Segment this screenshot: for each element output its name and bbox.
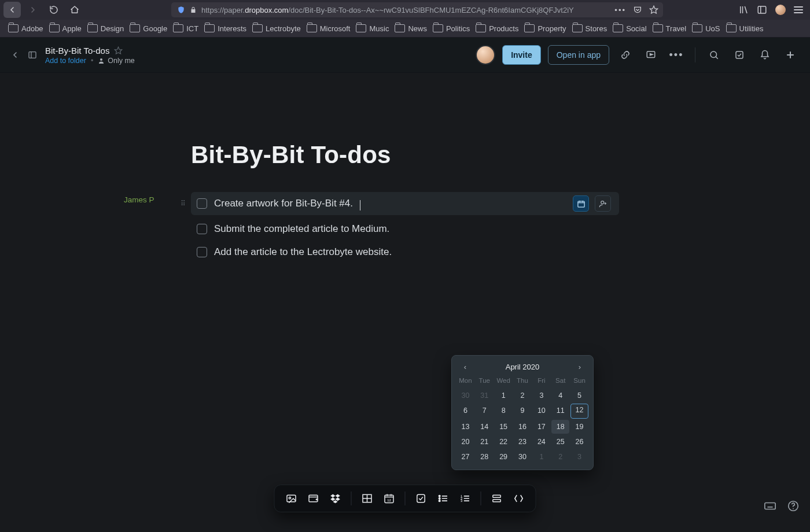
calendar-day[interactable]: 7 [476, 404, 494, 418]
calendar-day[interactable]: 2 [514, 389, 532, 402]
bookmark-folder[interactable]: Products [476, 24, 518, 33]
insert-dropbox-icon[interactable] [326, 489, 345, 508]
todo-item[interactable]: Add the article to the Lectrobyte websit… [191, 243, 619, 261]
nav-forward[interactable] [24, 2, 42, 18]
bookmark-folder[interactable]: Music [356, 24, 389, 33]
calendar-day[interactable]: 24 [532, 435, 550, 449]
open-in-app-button[interactable]: Open in app [548, 45, 609, 65]
bookmark-folder[interactable]: Utilities [726, 24, 764, 33]
calendar-day[interactable]: 30 [514, 450, 532, 464]
todo-checkbox[interactable] [197, 198, 207, 209]
nav-home[interactable] [66, 2, 83, 18]
calendar-day[interactable]: 28 [476, 450, 494, 464]
bookmark-folder[interactable]: Interests [204, 24, 246, 33]
calendar-day[interactable]: 1 [495, 389, 513, 402]
calendar-day[interactable]: 20 [456, 435, 474, 449]
present-icon[interactable] [642, 46, 660, 64]
calendar-day[interactable]: 8 [495, 404, 513, 418]
calendar-day[interactable]: 18 [551, 420, 569, 434]
panel-icon[interactable] [27, 50, 38, 60]
star-icon[interactable] [649, 5, 658, 14]
bookmark-folder[interactable]: Travel [653, 24, 687, 33]
bookmark-folder[interactable]: Lectrobyte [252, 24, 301, 33]
pocket-icon[interactable] [633, 5, 642, 14]
calendar-day[interactable]: 9 [514, 404, 532, 418]
bookmark-folder[interactable]: Microsoft [307, 24, 351, 33]
insert-bullets-icon[interactable] [433, 489, 453, 508]
bookmark-folder[interactable]: Social [613, 24, 646, 33]
profile-avatar-icon[interactable] [775, 5, 786, 15]
todo-text[interactable]: Add the article to the Lectrobyte websit… [214, 246, 392, 258]
more-menu-icon[interactable]: ••• [667, 46, 686, 64]
calendar-day[interactable]: 26 [570, 435, 588, 449]
insert-code-icon[interactable] [509, 489, 529, 508]
calendar-day[interactable]: 3 [532, 389, 550, 402]
calendar-day[interactable]: 14 [476, 420, 494, 434]
nav-reload[interactable] [45, 2, 62, 18]
calendar-day[interactable]: 23 [514, 435, 532, 449]
calendar-day[interactable]: 16 [514, 420, 532, 434]
month-next[interactable]: › [575, 363, 585, 371]
calendar-day[interactable]: 27 [456, 450, 474, 464]
calendar-day[interactable]: 13 [456, 420, 474, 434]
calendar-day[interactable]: 25 [551, 435, 569, 449]
nav-back[interactable] [3, 2, 21, 18]
todo-text[interactable]: Submit the completed article to Medium. [214, 223, 389, 235]
add-to-folder-link[interactable]: Add to folder [45, 57, 86, 65]
meatballs-icon[interactable]: ••• [614, 6, 626, 14]
month-prev[interactable]: ‹ [460, 363, 470, 371]
user-avatar[interactable] [476, 45, 495, 65]
calendar-day[interactable]: 12 [570, 404, 588, 419]
notifications-icon[interactable] [756, 46, 774, 64]
create-new-icon[interactable] [781, 46, 800, 64]
help-icon[interactable] [787, 500, 800, 512]
bookmark-folder[interactable]: Apple [49, 24, 82, 33]
calendar-day[interactable]: 15 [495, 420, 513, 434]
calendar-day[interactable]: 22 [495, 435, 513, 449]
due-date-button[interactable] [573, 195, 589, 212]
calendar-day[interactable]: 6 [456, 404, 474, 418]
calendar-day[interactable]: 10 [532, 404, 550, 418]
todo-item[interactable]: Submit the completed article to Medium. [191, 220, 619, 238]
document-heading[interactable]: Bit-By-Bit To-dos [191, 141, 619, 169]
bookmark-folder[interactable]: Stores [572, 24, 608, 33]
todo-text[interactable]: Create artwork for Bit-By-Bit #4. [214, 198, 353, 209]
calendar-day[interactable]: 17 [532, 420, 550, 434]
calendar-day[interactable]: 19 [570, 420, 588, 434]
keyboard-shortcuts-icon[interactable] [764, 500, 776, 512]
doc-title[interactable]: Bit-By-Bit To-dos [45, 46, 109, 56]
bookmark-folder[interactable]: Google [130, 24, 167, 33]
invite-button[interactable]: Invite [502, 45, 541, 65]
insert-timeline-icon[interactable]: 12 [380, 489, 399, 508]
todo-checkbox[interactable] [197, 224, 207, 234]
favorite-star-icon[interactable] [114, 46, 123, 55]
calendar-day[interactable]: 5 [570, 389, 588, 402]
tasks-icon[interactable] [730, 46, 749, 64]
bookmark-folder[interactable]: Politics [433, 24, 470, 33]
bookmark-folder[interactable]: Adobe [8, 24, 43, 33]
bookmark-folder[interactable]: Property [524, 24, 566, 33]
history-back-icon[interactable] [10, 50, 20, 60]
insert-media-icon[interactable] [304, 489, 323, 508]
calendar-day[interactable]: 4 [551, 389, 569, 402]
calendar-day[interactable]: 21 [476, 435, 494, 449]
assign-button[interactable] [595, 195, 611, 212]
sharing-scope[interactable]: Only me [98, 57, 135, 65]
bookmark-folder[interactable]: News [395, 24, 427, 33]
hamburger-icon[interactable] [794, 6, 803, 13]
insert-image-icon[interactable] [282, 489, 301, 508]
bookmark-folder[interactable]: UoS [692, 24, 720, 33]
calendar-day[interactable]: 29 [495, 450, 513, 464]
bookmark-folder[interactable]: Design [87, 24, 124, 33]
todo-checkbox[interactable] [197, 247, 207, 257]
calendar-day[interactable]: 11 [551, 404, 569, 418]
insert-divider-icon[interactable] [487, 489, 507, 508]
insert-numbered-icon[interactable]: 123 [455, 489, 475, 508]
drag-handle-icon[interactable]: ⠿ [181, 200, 185, 208]
insert-checklist-icon[interactable] [411, 489, 431, 508]
todo-item[interactable]: James P ⠿ Create artwork for Bit-By-Bit … [191, 192, 619, 215]
url-bar[interactable]: https://paper.dropbox.com/doc/Bit-By-Bit… [171, 2, 663, 17]
library-icon[interactable] [738, 5, 749, 15]
copy-link-icon[interactable] [616, 46, 635, 64]
search-icon[interactable] [705, 46, 723, 64]
